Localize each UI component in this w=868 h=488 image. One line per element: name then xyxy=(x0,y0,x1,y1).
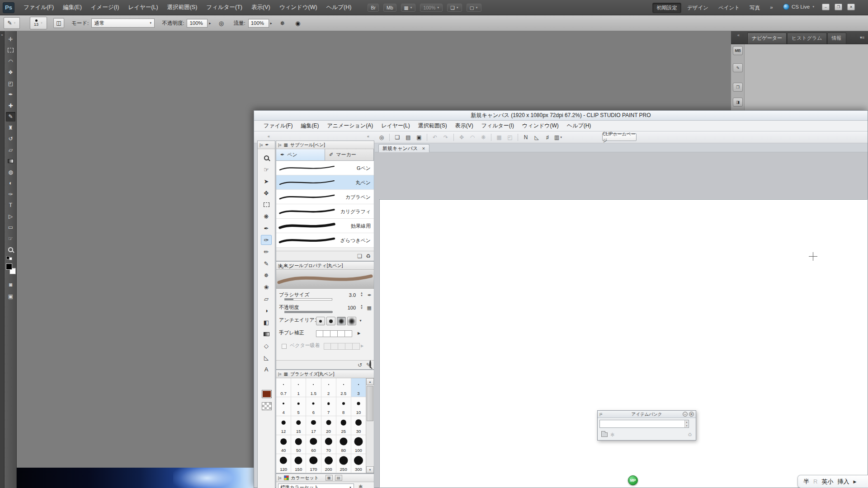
brush-size-6[interactable]: 6 xyxy=(306,397,321,416)
brush-preset-picker[interactable]: 13 ▼ xyxy=(30,17,47,29)
palette-menu-icon[interactable]: |≡ xyxy=(278,372,282,376)
foreground-color-swatch[interactable] xyxy=(262,390,272,398)
eyedropper-tool[interactable]: ✒ xyxy=(261,223,272,233)
minimize-button[interactable]: – xyxy=(822,4,830,10)
subtool-tab-pen[interactable]: ✒ ペン xyxy=(276,149,325,160)
deselect-icon[interactable]: ▦ xyxy=(495,133,504,141)
gradient-tool[interactable] xyxy=(261,329,272,339)
eraser-tool[interactable]: ▱ xyxy=(261,294,272,304)
new-canvas-icon[interactable]: ❏ xyxy=(393,133,402,141)
dock-collapse-icon-2[interactable]: « xyxy=(367,134,369,139)
panel-menu-icon[interactable]: ▾≡ xyxy=(860,35,864,40)
undo-icon[interactable]: ↶ xyxy=(430,133,439,141)
tablet-pressure-size-icon[interactable]: ◉ xyxy=(293,19,303,28)
color-set-tab-1[interactable]: ▦ xyxy=(326,475,333,481)
brush-size-5[interactable]: 5 xyxy=(291,397,306,416)
create-subtool-icon[interactable]: ❏ xyxy=(357,253,362,259)
palette-menu-icon[interactable]: |≡ xyxy=(278,476,282,480)
clip-studio-titlebar[interactable]: 新規キャンバス (868 x 488px 72dpi 67.2%) - CL… xyxy=(254,111,868,121)
close-button[interactable]: ✕ xyxy=(847,4,855,10)
color-set-edit-icon[interactable]: ✻ xyxy=(359,484,363,488)
screen-mode-button[interactable]: ▣ xyxy=(6,291,15,301)
mode-select[interactable]: 通常 ▼ xyxy=(91,19,155,28)
antialias-option-3[interactable] xyxy=(347,317,356,325)
brush-size-17[interactable]: 17 xyxy=(306,416,321,435)
scroll-up-icon[interactable]: ▲ xyxy=(686,421,688,423)
healing-brush-tool[interactable]: ✚ xyxy=(6,101,15,110)
ps-menubar-item-7[interactable]: ウィンドウ(W) xyxy=(275,0,322,15)
vector-segment-3[interactable] xyxy=(345,343,353,350)
operation-tool[interactable]: ➤ xyxy=(261,176,272,186)
scroll-down-icon[interactable]: ▼ xyxy=(686,424,688,427)
type-tool[interactable]: T xyxy=(6,201,15,210)
trash-icon[interactable]: ♻ xyxy=(688,432,692,438)
brush-size-4[interactable]: 4 xyxy=(276,397,291,416)
panel-tab-0[interactable]: ナビゲーター xyxy=(747,33,787,44)
ruler-tool[interactable]: ◺ xyxy=(261,352,272,362)
vector-segment-0[interactable] xyxy=(324,343,331,350)
eraser-tool[interactable]: ▱ xyxy=(6,145,15,155)
ps-menubar-item-8[interactable]: ヘルプ(H) xyxy=(322,0,356,15)
scroll-up-icon[interactable]: ▲ xyxy=(366,378,374,385)
stabilize-segment-1[interactable] xyxy=(323,330,330,337)
clip-sync-icon[interactable]: ◎ xyxy=(377,133,386,141)
spin-down-icon[interactable]: ▼ xyxy=(360,295,363,297)
foreground-color-swatch[interactable] xyxy=(6,263,12,270)
ps-menubar-item-5[interactable]: フィルター(T) xyxy=(202,0,247,15)
pen-tool[interactable]: ✑ xyxy=(6,189,15,199)
crop-tool[interactable]: ◰ xyxy=(6,79,15,88)
brush-size-100[interactable]: 100 xyxy=(351,435,366,454)
vector-segment-4[interactable] xyxy=(353,343,360,350)
vector-snap-expand-icon[interactable]: ▶ xyxy=(361,344,363,348)
mp-badge[interactable]: MP xyxy=(628,475,638,485)
csp-menubar-item-3[interactable]: レイヤー(L) xyxy=(377,122,414,130)
move-tool[interactable]: ☞ xyxy=(261,164,272,174)
brush-size-2.5[interactable]: 2.5 xyxy=(336,378,351,397)
folder-icon[interactable] xyxy=(601,432,608,437)
stabilize-segment-2[interactable] xyxy=(330,330,338,337)
color-swatches[interactable] xyxy=(6,263,16,274)
workspace-button-2[interactable]: ペイント xyxy=(714,3,744,13)
brush-size-150[interactable]: 150 xyxy=(291,454,306,473)
subtool-item-5[interactable]: ざらつきペン xyxy=(276,233,374,248)
eyedropper-tool[interactable]: ✒ xyxy=(6,90,15,99)
workspace-button-4[interactable]: » xyxy=(766,3,777,13)
maximize-button[interactable]: ❐ xyxy=(835,4,842,10)
snap-grid-icon[interactable]: ♯ xyxy=(543,133,552,141)
figure-tool[interactable]: ◇ xyxy=(261,341,272,351)
csp-menubar-item-6[interactable]: フィルター(I) xyxy=(477,122,518,130)
canvas[interactable] xyxy=(380,200,868,488)
csp-menubar-item-4[interactable]: 選択範囲(S) xyxy=(414,122,451,130)
subtool-tab-marker[interactable]: ✐ マーカー xyxy=(325,149,374,160)
close-icon[interactable]: ✕ xyxy=(689,412,694,417)
redo-icon[interactable]: ↷ xyxy=(441,133,450,141)
ps-menubar-item-6[interactable]: 表示(V) xyxy=(247,0,275,15)
hand-tool[interactable]: ☞ xyxy=(6,234,15,243)
tool-preset-picker[interactable]: ✎ ▼ xyxy=(4,17,20,29)
transparent-color-swatch[interactable] xyxy=(262,402,272,410)
decoration-tool[interactable]: ❀ xyxy=(261,282,272,292)
brush-size-1[interactable]: 1 xyxy=(291,378,306,397)
text-tool[interactable]: A xyxy=(261,364,272,374)
palette-menu-icon[interactable]: |≡ xyxy=(278,143,282,147)
bridge-icon[interactable]: Br xyxy=(368,4,379,12)
workspace-button-0[interactable]: 初期設定 xyxy=(652,3,681,13)
subtool-item-4[interactable]: 効果線用 xyxy=(276,219,374,233)
brush-size-15[interactable]: 15 xyxy=(291,416,306,435)
brush-size-scrollbar[interactable]: ▲ ▼ xyxy=(366,378,374,473)
ime-item-2[interactable]: 英小 xyxy=(821,478,833,486)
brush-tool[interactable]: ✎ xyxy=(6,112,15,122)
pencil-tool[interactable]: ✏ xyxy=(261,247,272,257)
color-set-tab-2[interactable]: ▤ xyxy=(335,475,342,481)
blend-tool[interactable]: ◑ xyxy=(261,305,272,315)
slider-track[interactable] xyxy=(284,298,332,300)
brush-size-300[interactable]: 300 xyxy=(351,454,366,473)
csp-menubar-item-0[interactable]: ファイル(F) xyxy=(259,122,297,130)
zoom-tool[interactable] xyxy=(261,153,272,163)
csp-menubar-item-2[interactable]: アニメーション(A) xyxy=(323,122,377,130)
ps-menubar-item-3[interactable]: レイヤー(L) xyxy=(124,0,163,15)
tools-collapse-bar[interactable]: » xyxy=(0,31,5,488)
clone-source-panel-icon[interactable]: ❐ xyxy=(733,83,743,92)
brush-size-60[interactable]: 60 xyxy=(306,435,321,454)
brush-size-10[interactable]: 10 xyxy=(351,397,366,416)
